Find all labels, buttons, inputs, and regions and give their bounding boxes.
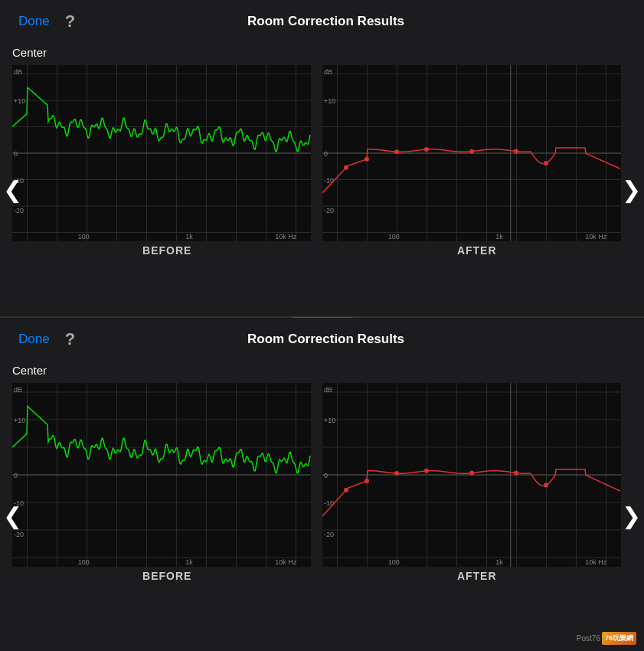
- nav-right-top[interactable]: ❯: [619, 169, 644, 208]
- help-button-top[interactable]: ?: [59, 8, 81, 34]
- help-button-bottom[interactable]: ?: [59, 326, 81, 352]
- nav-left-top[interactable]: ❮: [0, 169, 25, 208]
- after-chart-wrapper-bottom: AFTER: [322, 383, 633, 647]
- before-chart-top: [12, 65, 311, 241]
- nav-left-bottom[interactable]: ❮: [0, 496, 25, 535]
- after-chart-top: [322, 65, 621, 241]
- channel-label-bottom: Center: [0, 361, 644, 383]
- charts-container-top: ❮ BEFORE AFTER ❯: [0, 65, 644, 312]
- title-top: Room Correction Results: [81, 14, 570, 29]
- after-chart-bottom: [322, 383, 621, 567]
- done-button-top[interactable]: Done: [12, 11, 56, 32]
- charts-container-bottom: ❮ BEFORE AFTER ❯: [0, 383, 644, 647]
- watermark: Post76 76玩樂網: [577, 632, 636, 645]
- before-chart-bottom: [12, 383, 311, 567]
- title-bottom: Room Correction Results: [81, 332, 570, 347]
- after-label-top: AFTER: [322, 244, 633, 257]
- panel-top: Done ? Room Correction Results Center ❮ …: [0, 0, 644, 318]
- watermark-logo: 76玩樂網: [602, 632, 636, 645]
- done-button-bottom[interactable]: Done: [12, 329, 56, 350]
- before-label-bottom: BEFORE: [12, 570, 322, 582]
- header-top: Done ? Room Correction Results: [0, 0, 644, 43]
- scroll-indicator-bottom: [0, 647, 644, 651]
- before-chart-wrapper-bottom: BEFORE: [12, 383, 322, 647]
- before-chart-wrapper-top: BEFORE: [12, 65, 322, 312]
- header-bottom: Done ? Room Correction Results: [0, 318, 644, 361]
- nav-right-bottom[interactable]: ❯: [619, 496, 644, 535]
- watermark-text: Post76: [577, 634, 600, 643]
- after-label-bottom: AFTER: [322, 570, 633, 582]
- panel-bottom: Done ? Room Correction Results Center ❮ …: [0, 318, 644, 651]
- before-label-top: BEFORE: [12, 244, 322, 257]
- channel-label-top: Center: [0, 43, 644, 65]
- after-chart-wrapper-top: AFTER: [322, 65, 633, 312]
